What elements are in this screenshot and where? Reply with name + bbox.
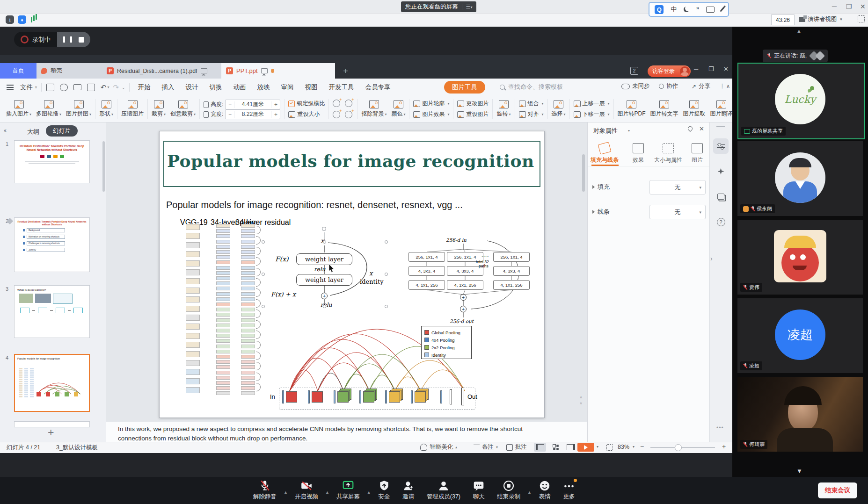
toolbar-旋转[interactable]: 旋转▾ [494, 97, 513, 121]
signal-bars-icon[interactable] [31, 17, 32, 22]
participant-tile-4[interactable]: 凌超凌超 [737, 298, 863, 373]
file-menu[interactable]: 文件 [20, 83, 33, 92]
slides-tab[interactable]: 幻灯片 [46, 125, 78, 137]
rail-mirror-button[interactable] [713, 189, 729, 204]
rail-help-button[interactable]: ? [713, 214, 729, 230]
wps-minimize-button[interactable]: ─ [694, 65, 698, 72]
toolbar-锁定纵横比[interactable]: 锁定纵横比 [288, 100, 325, 108]
高度:-stepper[interactable]: −4.41厘米+ [225, 100, 280, 109]
tab-fill-and-line[interactable]: 填充与线条 [591, 143, 619, 164]
toolbar-图片转PDF[interactable]: 图片转PDF [615, 97, 648, 121]
reading-view-button[interactable] [565, 443, 577, 452]
menu-放映[interactable]: 放映 [252, 83, 276, 92]
ime-wrench-icon[interactable] [720, 7, 724, 12]
zoom-level[interactable]: 83% [618, 444, 629, 450]
menu-审阅[interactable]: 审阅 [276, 83, 299, 92]
selection-handle[interactable] [262, 305, 265, 308]
toolbar-图片效果[interactable]: 图片效果▾ [413, 110, 449, 118]
guest-login-button[interactable]: 访客登录 [648, 65, 691, 77]
toolbar-创意裁剪[interactable]: 创意裁剪▾ [168, 97, 198, 121]
export-icon[interactable] [60, 84, 68, 91]
meeting-解除静音-button[interactable]: 解除静音 [247, 480, 283, 501]
toolbar-图片提取[interactable]: 图片提取 [681, 97, 708, 121]
save-icon[interactable] [46, 84, 54, 91]
zoom-slider-track[interactable] [650, 447, 715, 448]
zoom-slider-knob[interactable] [675, 444, 682, 451]
split-caret-icon[interactable]: ▲ [526, 490, 532, 495]
selection-handle[interactable] [385, 273, 388, 276]
ime-keyboard-icon[interactable] [706, 7, 715, 13]
weight-layer-box[interactable]: weight layer [296, 253, 352, 265]
increment-button[interactable]: + [271, 101, 280, 108]
fullscreen-icon[interactable] [858, 15, 865, 22]
canvas-scrollbar[interactable] [582, 154, 585, 192]
toolbar-颜色[interactable]: 颜色▾ [389, 97, 408, 121]
normal-view-button[interactable] [534, 443, 546, 452]
selection-handle[interactable] [385, 305, 388, 308]
fill-dropdown[interactable]: 无▾ [649, 180, 706, 194]
pause-recording-button[interactable] [63, 36, 72, 43]
participant-tile-3[interactable]: 贾伟 [737, 220, 863, 295]
toolbar-多图轮播[interactable]: 多图轮播▾ [34, 97, 64, 121]
meeting-安全-button[interactable]: 安全 [372, 480, 396, 501]
decrement-button[interactable]: − [226, 111, 234, 118]
scroll-up-icon[interactable]: ▲ [796, 28, 802, 34]
redo-icon[interactable]: ↷ [113, 83, 119, 92]
comments-button[interactable]: 批注 [506, 443, 527, 451]
menu-插入[interactable]: 插入 [156, 83, 180, 92]
rail-more-icon[interactable]: ••• [716, 425, 724, 431]
tab-ppt-document[interactable]: P PPT.ppt [221, 63, 335, 79]
slide-thumbnail-2[interactable]: Residual Distillation: Towards Portable … [14, 217, 90, 272]
selection-handle[interactable] [323, 305, 326, 308]
prev-slide-arrow-icon[interactable]: ˄ [580, 395, 582, 400]
beautify-button[interactable]: 智能美化 ▴ [420, 443, 457, 451]
meeting-聊天-button[interactable]: 聊天 [467, 480, 491, 501]
split-caret-icon[interactable]: ▲ [366, 490, 372, 495]
collapse-panel-icon[interactable]: ‹‹ [4, 127, 6, 134]
line-dropdown[interactable]: 无▾ [649, 205, 706, 219]
zoom-in-button[interactable]: + [722, 443, 726, 450]
more-commands-icon[interactable]: ⌄ [122, 85, 125, 90]
meeting-更多-button[interactable]: 更多 [557, 480, 581, 501]
ime-lang-icon[interactable]: 中 [671, 5, 677, 14]
toolbar-更改图片[interactable]: 更改图片 [457, 100, 489, 108]
selection-handle[interactable] [385, 240, 388, 244]
banner-menu-icon[interactable]: ☰▾ [462, 4, 473, 10]
tab-home[interactable]: 首页 [0, 63, 36, 79]
adjust-icon[interactable] [345, 111, 352, 118]
slide-canvas[interactable]: Popular models for image recognition Pop… [159, 131, 545, 418]
rotate-handle[interactable] [322, 227, 326, 231]
tab-pdf-document[interactable]: P Residual_Disti...camera (1).pdf [102, 63, 221, 79]
toolbar-压缩图片[interactable]: 压缩图片 [119, 97, 146, 121]
toolbar-图片拼图[interactable]: 图片拼图▾ [64, 97, 94, 121]
toolbar-重设大小[interactable]: 重设大小 [288, 110, 325, 118]
participant-tile-1[interactable]: Lucky磊的屏幕共享 [737, 63, 865, 139]
notes-button[interactable]: 备注 ▾ [474, 443, 498, 451]
print-preview-icon[interactable] [87, 84, 95, 91]
undo-icon[interactable]: ↶ [101, 83, 107, 92]
fit-window-icon[interactable] [606, 444, 613, 451]
toolbar-对齐[interactable]: 对齐▾ [519, 110, 544, 118]
toolbar-图片转文字[interactable]: 图片转文字 [648, 97, 681, 121]
slide-thumbnail-4[interactable]: Popular models for image recognition [14, 354, 90, 412]
rail-properties-button[interactable] [713, 138, 729, 154]
wps-close-button[interactable]: ✕ [723, 65, 729, 72]
split-caret-icon[interactable]: ▲ [324, 490, 330, 495]
end-meeting-button[interactable]: 结束会议 [818, 482, 857, 498]
sync-status[interactable]: 未同步 [621, 82, 650, 90]
slide-thumbnail-1[interactable]: Residual Distillation: Towards Portable … [14, 140, 90, 183]
menu-动画[interactable]: 动画 [228, 83, 252, 92]
selection-handle[interactable] [323, 240, 326, 244]
print-icon[interactable] [73, 84, 81, 90]
menu-开发工具[interactable]: 开发工具 [323, 83, 360, 92]
selection-handle[interactable] [262, 273, 265, 276]
toolbar-组合[interactable]: 组合▾ [519, 100, 544, 108]
new-slide-button[interactable]: + [48, 426, 54, 439]
toolbar-上移一层[interactable]: 上移一层▾ [574, 100, 610, 108]
window-count-badge[interactable]: 2 [630, 67, 638, 75]
share-button[interactable]: ↗ 分享 [692, 82, 710, 90]
宽度:-stepper[interactable]: −8.22厘米+ [225, 109, 280, 119]
os-minimize-button[interactable]: ─ [832, 3, 837, 10]
shield-badge-icon[interactable]: ♦ [18, 15, 26, 24]
new-tab-button[interactable]: + [343, 66, 348, 76]
